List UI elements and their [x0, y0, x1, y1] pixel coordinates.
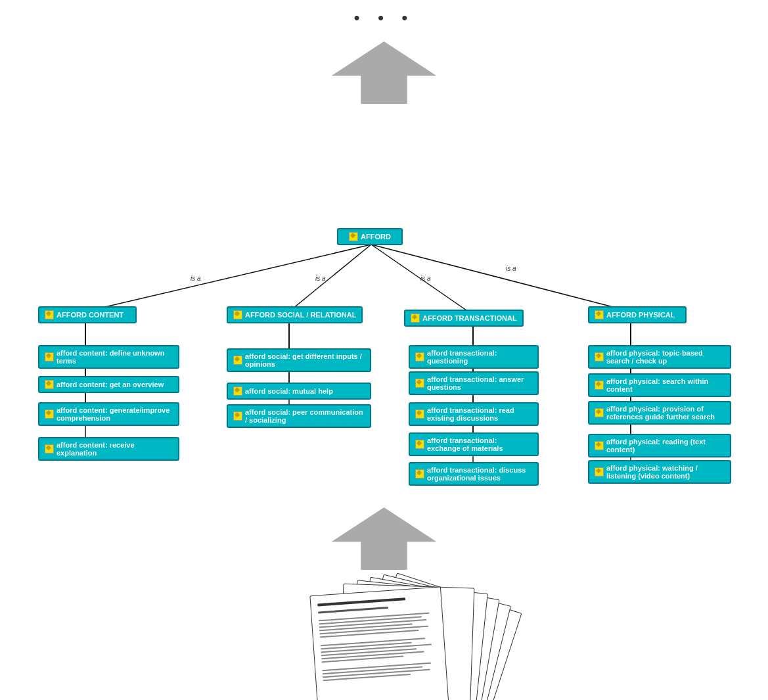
p3-icon	[595, 408, 604, 417]
s3-label: afford social: peer communication / soci…	[245, 408, 365, 424]
root-node-label: AFFORD	[361, 233, 391, 241]
svg-line-6	[371, 245, 631, 312]
node-social-child-1[interactable]: afford social: get different inputs / op…	[227, 348, 371, 372]
t2-icon	[415, 379, 424, 388]
c1-label: afford content: define unknown terms	[56, 349, 173, 365]
node-afford-transactional[interactable]: AFFORD TRANSACTIONAL	[404, 310, 524, 327]
c2-icon	[45, 380, 54, 389]
s1-label: afford social: get different inputs / op…	[245, 352, 365, 368]
p5-icon	[595, 467, 604, 477]
svg-line-2	[289, 245, 371, 312]
p1-label: afford physical: topic-based search / ch…	[606, 349, 725, 365]
p2-icon	[595, 381, 604, 390]
node-afford-social[interactable]: AFFORD SOCIAL / RELATIONAL	[227, 306, 363, 323]
document-stack-container	[0, 586, 768, 700]
physical-label: AFFORD PHYSICAL	[606, 311, 675, 319]
node-trans-child-3[interactable]: afford transactional: read existing disc…	[409, 402, 539, 426]
node-social-child-3[interactable]: afford social: peer communication / soci…	[227, 404, 371, 428]
document-stack	[263, 586, 506, 700]
node-content-child-3[interactable]: afford content: generate/improve compreh…	[38, 402, 179, 426]
svg-text:is a: is a	[506, 265, 516, 272]
bottom-arrow-icon	[332, 507, 437, 570]
top-dots: • • •	[0, 0, 768, 28]
p1-icon	[595, 352, 604, 362]
diagram-section: is a is a is a is a	[0, 106, 768, 501]
doc-title-line	[317, 597, 405, 606]
svg-line-4	[371, 245, 473, 315]
node-content-child-1[interactable]: afford content: define unknown terms	[38, 345, 179, 369]
content-label: AFFORD CONTENT	[56, 311, 124, 319]
p4-icon	[595, 441, 604, 450]
s1-icon	[233, 356, 242, 365]
svg-line-0	[85, 245, 371, 312]
top-arrow-icon	[332, 41, 437, 104]
physical-icon	[595, 310, 604, 319]
doc-line-16	[323, 674, 410, 681]
p3-label: afford physical: provision of references…	[606, 405, 725, 421]
p2-label: afford physical: search within content	[606, 377, 725, 393]
node-phys-child-1[interactable]: afford physical: topic-based search / ch…	[588, 345, 731, 369]
c3-icon	[45, 409, 54, 419]
t1-label: afford transactional: questioning	[427, 349, 532, 365]
node-trans-child-1[interactable]: afford transactional: questioning	[409, 345, 539, 369]
c4-icon	[45, 444, 54, 454]
t2-label: afford transactional: answer questions	[427, 375, 532, 391]
content-icon	[45, 310, 54, 319]
node-trans-child-4[interactable]: afford transactional: exchange of materi…	[409, 432, 539, 456]
doc-subtitle-line	[318, 607, 388, 613]
social-icon	[233, 310, 242, 319]
t4-icon	[415, 440, 424, 449]
node-afford-physical[interactable]: AFFORD PHYSICAL	[588, 306, 687, 323]
t5-label: afford transactional: discuss organizati…	[427, 466, 532, 482]
node-trans-child-2[interactable]: afford transactional: answer questions	[409, 371, 539, 395]
t5-icon	[415, 469, 424, 478]
node-content-child-4[interactable]: afford content: receive explanation	[38, 437, 179, 461]
node-social-child-2[interactable]: afford social: mutual help	[227, 383, 371, 400]
transactional-label: AFFORD TRANSACTIONAL	[422, 314, 517, 322]
node-trans-child-5[interactable]: afford transactional: discuss organizati…	[409, 462, 539, 486]
c4-label: afford content: receive explanation	[56, 441, 173, 457]
s2-label: afford social: mutual help	[245, 387, 333, 395]
node-phys-child-3[interactable]: afford physical: provision of references…	[588, 401, 731, 425]
afford-icon	[349, 232, 358, 241]
s3-icon	[233, 411, 242, 421]
p5-label: afford physical: watching / listening (v…	[606, 464, 725, 480]
c1-icon	[45, 352, 54, 362]
p4-label: afford physical: reading (text content)	[606, 438, 725, 454]
node-content-child-2[interactable]: afford content: get an overview	[38, 376, 179, 393]
svg-text:is a: is a	[191, 275, 201, 282]
node-afford-content[interactable]: AFFORD CONTENT	[38, 306, 137, 323]
transactional-icon	[411, 314, 420, 323]
t1-icon	[415, 352, 424, 362]
top-arrow-container	[0, 41, 768, 106]
t4-label: afford transactional: exchange of materi…	[427, 436, 532, 452]
node-phys-child-4[interactable]: afford physical: reading (text content)	[588, 434, 731, 457]
bottom-arrow-container	[0, 507, 768, 572]
t3-icon	[415, 409, 424, 419]
svg-text:is a: is a	[315, 275, 326, 282]
page-container: • • • is a is a is a is a	[0, 0, 768, 700]
svg-text:is a: is a	[420, 275, 431, 282]
root-node-afford[interactable]: AFFORD	[337, 228, 403, 245]
c3-label: afford content: generate/improve compreh…	[56, 406, 173, 422]
t3-label: afford transactional: read existing disc…	[427, 406, 532, 422]
node-phys-child-2[interactable]: afford physical: search within content	[588, 373, 731, 397]
c2-label: afford content: get an overview	[56, 381, 164, 388]
node-phys-child-5[interactable]: afford physical: watching / listening (v…	[588, 460, 731, 484]
doc-page-front	[309, 586, 452, 700]
s2-icon	[233, 386, 242, 396]
social-label: AFFORD SOCIAL / RELATIONAL	[245, 311, 356, 319]
